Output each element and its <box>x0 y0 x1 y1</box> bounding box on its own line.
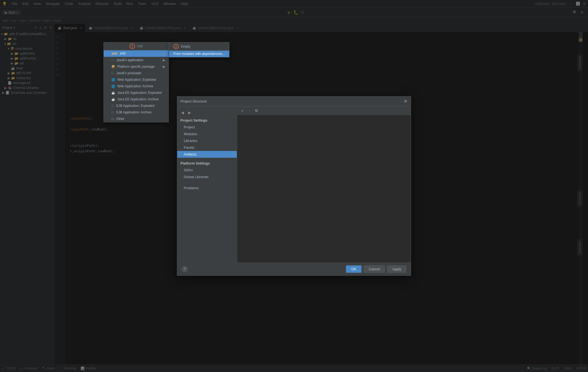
jar-submenu: 2 Empty From modules with dependencies..… <box>169 42 229 57</box>
dialog-title-bar: Project Structure ✕ <box>177 97 411 106</box>
dialog-nav-arrows: ◀ ▶ <box>177 108 237 117</box>
ejb-archive-icon: ⬡ <box>111 111 114 114</box>
empty-label: Empty <box>181 45 190 48</box>
javaee-archive-label: Java EE Application: Archive <box>117 97 159 101</box>
javafx-submenu-arrow: ▶ <box>163 58 165 62</box>
dialog-close-button[interactable]: ✕ <box>403 99 408 104</box>
platform-submenu-arrow: ▶ <box>163 65 165 69</box>
nav-item-project[interactable]: Project <box>177 124 237 131</box>
nav-item-modules[interactable]: Modules <box>177 131 237 137</box>
menu-item-web-archive[interactable]: 🌐 Web Application: Archive <box>104 83 169 89</box>
menu-item-javafx-preloader[interactable]: ⬡ JavaFx preloader <box>104 70 169 76</box>
menu-item-platform-pkg[interactable]: 📦 Platform specific package ▶ <box>104 63 169 70</box>
cancel-button[interactable]: Cancel <box>364 265 385 273</box>
jar-label: JAR <box>120 52 126 55</box>
badge-2: 2 <box>173 44 179 49</box>
nav-item-libraries[interactable]: Libraries <box>177 137 237 144</box>
web-archive-label: Web Application: Archive <box>117 84 153 88</box>
javaee-archive-icon: ☕ <box>111 98 115 101</box>
add-dropdown-menu: 1 Add JAR JAR ▶ ⬡ JavaFx application ▶ 📦… <box>103 42 169 122</box>
dialog-content-toolbar: + - ⧉ <box>237 106 411 115</box>
nav-item-facets[interactable]: Facets <box>177 144 237 151</box>
remove-artifact-button[interactable]: - <box>246 108 252 114</box>
menu-item-javaee-exploded[interactable]: ☕ Java EE Application: Exploded <box>104 89 169 96</box>
dialog-nav: ◀ ▶ Project Settings Project Modules Lib… <box>177 106 237 262</box>
submenu-empty[interactable]: 2 Empty <box>169 42 229 51</box>
platform-icon: 📦 <box>111 65 115 69</box>
menu-item-other[interactable]: ⬡ Other <box>104 116 169 122</box>
project-structure-dialog: Project Structure ✕ ◀ ▶ Project Settings… <box>177 96 411 276</box>
from-modules-label: From modules with dependencies... <box>173 52 225 56</box>
other-label: Other <box>116 117 124 121</box>
copy-artifact-button[interactable]: ⧉ <box>253 108 259 114</box>
section-project-settings: Project Settings <box>177 117 237 124</box>
add-artifact-button[interactable]: + <box>239 108 245 114</box>
nav-item-global-libraries[interactable]: Global Libraries <box>177 173 237 180</box>
nav-item-sdks[interactable]: SDKs <box>177 167 237 173</box>
ejb-archive-label: EJB Application: Archive <box>116 110 151 114</box>
dialog-overlay: Project Structure ✕ ◀ ▶ Project Settings… <box>0 0 588 372</box>
jar-icon: JAR <box>111 52 117 55</box>
dialog-title-text: Project Structure <box>180 99 207 103</box>
ejb-exploded-icon: ⬡ <box>111 104 114 108</box>
nav-item-problems[interactable]: Problems <box>177 185 237 191</box>
apply-button[interactable]: Apply <box>387 265 406 273</box>
add-menu-title: Add <box>137 44 143 48</box>
dialog-footer: ? OK Cancel Apply <box>177 262 411 275</box>
dialog-content-area: + - ⧉ <box>237 106 411 262</box>
platform-label: Platform specific package <box>117 65 155 69</box>
ejb-exploded-label: EJB Application: Exploded <box>116 104 154 108</box>
menu-item-javafx[interactable]: ⬡ JavaFx application ▶ <box>104 57 169 63</box>
nav-forward-button[interactable]: ▶ <box>186 110 192 116</box>
ok-button[interactable]: OK <box>346 265 362 273</box>
web-exploded-label: Web Application: Exploded <box>117 78 156 82</box>
jar-submenu-arrow: ▶ <box>163 52 165 55</box>
add-menu-header: 1 Add <box>104 42 169 50</box>
help-button[interactable]: ? <box>182 266 188 272</box>
javaee-exploded-icon: ☕ <box>111 91 115 95</box>
section-platform-settings: Platform Settings <box>177 160 237 167</box>
javafx-icon: ⬡ <box>111 58 114 62</box>
menu-item-ejb-archive[interactable]: ⬡ EJB Application: Archive <box>104 109 169 116</box>
menu-item-jar[interactable]: JAR JAR ▶ <box>104 50 169 57</box>
badge-1: 1 <box>130 44 135 49</box>
javaee-exploded-label: Java EE Application: Exploded <box>117 91 162 95</box>
nav-back-button[interactable]: ◀ <box>179 110 185 116</box>
menu-item-ejb-exploded[interactable]: ⬡ EJB Application: Exploded <box>104 103 169 109</box>
other-icon: ⬡ <box>111 117 114 121</box>
javafx-label: JavaFx application <box>116 58 143 62</box>
web-archive-icon: 🌐 <box>111 85 115 88</box>
submenu-from-modules[interactable]: From modules with dependencies... <box>169 51 229 57</box>
preloader-icon: ⬡ <box>111 72 114 75</box>
dialog-body: ◀ ▶ Project Settings Project Modules Lib… <box>177 106 411 262</box>
web-exploded-icon: 🌐 <box>111 78 115 82</box>
nav-item-artifacts[interactable]: Artifacts <box>177 151 237 158</box>
menu-item-javaee-archive[interactable]: ☕ Java EE Application: Archive <box>104 96 169 103</box>
preloader-label: JavaFx preloader <box>116 71 142 75</box>
menu-item-web-exploded[interactable]: 🌐 Web Application: Exploded <box>104 76 169 83</box>
